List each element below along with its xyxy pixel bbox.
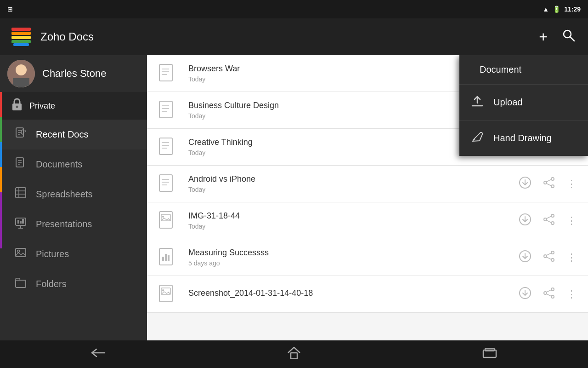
dropdown-item-label-hand-drawing: Hand Drawing (493, 133, 552, 144)
doc-item[interactable]: IMG-31-18-44 Today ⋮ (147, 202, 588, 239)
svg-rect-37 (159, 101, 172, 118)
user-section: Charles Stone (0, 55, 147, 92)
add-button[interactable]: + (535, 25, 551, 49)
svg-point-60 (551, 185, 554, 188)
sidebar-item-label-folders: Folders (36, 279, 67, 289)
battery-icon: 🔋 (553, 6, 560, 13)
svg-rect-52 (159, 175, 172, 191)
doc-name: Android vs iPhone (188, 174, 508, 184)
lock-icon (11, 98, 23, 114)
sidebar-item-pictures[interactable]: Pictures (0, 239, 147, 269)
search-button[interactable] (559, 25, 579, 49)
sidebar-item-spreadsheets[interactable]: Spreadsheets (0, 179, 147, 209)
doc-info: Android vs iPhone Today (188, 174, 508, 193)
svg-rect-2 (11, 36, 31, 39)
doc-item[interactable]: Screenshot_2014-01-31-14-40-18 ⋮ (147, 276, 588, 313)
documents-icon (15, 157, 27, 172)
recent-docs-icon (15, 127, 27, 142)
download-button[interactable] (517, 248, 533, 267)
svg-rect-0 (11, 28, 31, 31)
doc-icon (156, 246, 179, 269)
sidebar-item-documents[interactable]: Documents (0, 150, 147, 179)
doc-date: Today (188, 223, 508, 230)
sidebar-item-recent-docs[interactable]: Recent Docs (0, 120, 147, 150)
dropdown-item-document[interactable]: Document (459, 55, 588, 85)
content-area: Browsers War Today Business Culture Desi… (147, 55, 588, 340)
more-options-button[interactable]: ⋮ (565, 287, 579, 302)
doc-item[interactable]: Android vs iPhone Today ⋮ (147, 166, 588, 202)
sidebar-item-label-recent-docs: Recent Docs (36, 129, 89, 140)
doc-info: IMG-31-18-44 Today (188, 211, 508, 230)
recents-button[interactable] (464, 343, 515, 365)
sidebar-item-presentations[interactable]: Presentations (0, 209, 147, 239)
svg-line-92 (547, 290, 551, 292)
share-button[interactable] (541, 174, 557, 194)
private-section[interactable]: Private (0, 92, 147, 120)
svg-line-93 (547, 294, 551, 296)
sidebar-item-label-spreadsheets: Spreadsheets (36, 189, 92, 200)
home-button[interactable] (269, 343, 319, 366)
download-button[interactable] (517, 285, 533, 304)
download-button[interactable] (517, 211, 533, 230)
svg-rect-98 (291, 353, 297, 359)
svg-point-8 (16, 64, 27, 75)
svg-rect-30 (22, 219, 24, 224)
svg-rect-29 (20, 221, 22, 224)
share-button[interactable] (541, 211, 557, 230)
svg-rect-10 (13, 78, 29, 87)
svg-line-83 (547, 257, 551, 259)
doc-icon (156, 136, 179, 159)
nav-container: Recent Docs Documents Spreadsheets Prese… (0, 120, 147, 299)
sidebar: Charles Stone Private Recent Docs Docume… (0, 55, 147, 340)
hand-drawing-icon (470, 130, 484, 147)
more-options-button[interactable]: ⋮ (565, 176, 579, 192)
doc-item[interactable]: Measuring Successss 5 days ago ⋮ (147, 239, 588, 276)
app-bar: Zoho Docs + (0, 18, 588, 55)
svg-line-82 (547, 253, 551, 255)
dropdown-item-upload[interactable]: Upload (459, 85, 588, 121)
svg-point-69 (544, 218, 547, 221)
svg-point-68 (551, 214, 554, 217)
wifi-icon: ▲ (543, 6, 549, 13)
svg-point-81 (551, 259, 554, 261)
share-button[interactable] (541, 248, 557, 267)
svg-rect-76 (168, 255, 170, 261)
sidebar-item-folders[interactable]: Folders (0, 269, 147, 299)
svg-point-91 (551, 295, 554, 298)
app-title: Zoho Docs (40, 30, 528, 43)
doc-name: IMG-31-18-44 (188, 211, 508, 221)
dropdown-item-label-upload: Upload (493, 97, 522, 108)
download-button[interactable] (517, 174, 533, 194)
dropdown-item-hand-drawing[interactable]: Hand Drawing (459, 121, 588, 156)
svg-rect-74 (162, 257, 164, 261)
svg-rect-28 (17, 220, 19, 224)
svg-point-89 (551, 288, 554, 291)
svg-point-12 (16, 106, 18, 108)
logo-icon (10, 27, 33, 47)
doc-icon (156, 209, 179, 232)
doc-actions: ⋮ (517, 248, 579, 267)
svg-point-65 (162, 216, 164, 218)
svg-line-72 (547, 220, 551, 223)
svg-rect-41 (159, 138, 172, 155)
user-name: Charles Stone (42, 68, 106, 80)
svg-line-62 (547, 184, 551, 186)
doc-icon (156, 283, 179, 306)
avatar (7, 60, 35, 87)
doc-icon (156, 172, 179, 196)
svg-rect-1 (11, 32, 31, 35)
back-button[interactable] (73, 343, 124, 365)
time-display: 11:29 (564, 6, 581, 13)
svg-line-96 (474, 139, 475, 140)
svg-rect-4 (13, 43, 29, 46)
doc-info: Measuring Successss 5 days ago (188, 248, 508, 267)
svg-point-90 (544, 292, 547, 294)
upload-icon (470, 94, 484, 111)
presentations-icon (15, 217, 27, 232)
more-options-button[interactable]: ⋮ (565, 250, 579, 265)
more-options-button[interactable]: ⋮ (565, 213, 579, 229)
share-button[interactable] (541, 285, 557, 304)
doc-icon (156, 99, 179, 122)
svg-point-70 (551, 222, 554, 224)
svg-rect-3 (11, 40, 31, 43)
